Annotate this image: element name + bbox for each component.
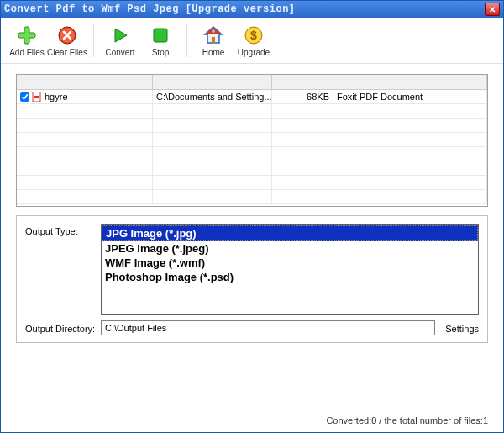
upgrade-button[interactable]: $ Upgrade (234, 19, 273, 61)
clear-files-button[interactable]: Clear Files (48, 19, 87, 61)
stop-button[interactable]: Stop (141, 19, 180, 61)
table-row (17, 133, 487, 147)
close-icon: ✕ (489, 5, 496, 14)
output-type-option[interactable]: JPEG Image (*.jpeg) (102, 241, 478, 256)
table-row[interactable]: hgyre C:\Documents and Setting... 68KB F… (17, 90, 487, 104)
output-type-list[interactable]: JPG Image (*.jpg) JPEG Image (*.jpeg) WM… (101, 224, 479, 315)
clear-files-label: Clear Files (47, 48, 87, 57)
table-row (17, 104, 487, 119)
row-name: hgyre (45, 92, 68, 102)
row-type: Foxit PDF Document (337, 92, 423, 102)
output-panel: Output Type: JPG Image (*.jpg) JPEG Imag… (16, 215, 488, 343)
convert-label: Convert (105, 48, 134, 57)
app-window: Convert Pdf to Wmf Psd Jpeg [Upgrade ver… (0, 0, 504, 433)
output-type-option[interactable]: JPG Image (*.jpg) (102, 225, 478, 241)
upgrade-label: Upgrade (238, 48, 270, 57)
svg-point-8 (212, 29, 215, 33)
close-button[interactable]: ✕ (485, 3, 500, 16)
output-type-option[interactable]: Photoshop Image (*.psd) (102, 270, 478, 284)
output-type-option[interactable]: WMF Image (*.wmf) (102, 256, 478, 270)
table-row (17, 147, 487, 161)
svg-rect-3 (19, 33, 35, 37)
settings-button[interactable]: Settings (445, 322, 479, 334)
home-label: Home (202, 48, 225, 57)
toolbar-separator (93, 24, 94, 57)
toolbar: Add Files Clear Files Convert Stop (1, 18, 503, 64)
svg-rect-6 (154, 29, 167, 42)
output-type-label: Output Type: (25, 224, 96, 236)
upgrade-icon: $ (243, 24, 265, 46)
table-row (17, 161, 487, 176)
output-dir-label: Output Directory: (25, 322, 96, 334)
convert-button[interactable]: Convert (101, 19, 139, 61)
output-dir-input[interactable] (101, 320, 435, 335)
row-size: 68KB (307, 92, 329, 102)
grid-header (17, 75, 487, 90)
col-path[interactable] (153, 75, 272, 90)
col-size[interactable] (272, 75, 333, 90)
delete-icon (56, 24, 78, 46)
toolbar-separator (186, 24, 187, 57)
table-row (17, 190, 487, 204)
status-bar: Converted:0 / the total number of files:… (1, 414, 503, 432)
content-area: hgyre C:\Documents and Setting... 68KB F… (1, 64, 503, 414)
pdf-icon (32, 92, 42, 102)
row-path: C:\Documents and Setting... (156, 92, 272, 102)
svg-rect-13 (34, 96, 39, 98)
home-button[interactable]: Home (194, 19, 233, 61)
col-type[interactable] (333, 75, 487, 90)
col-name[interactable] (17, 75, 153, 90)
play-icon (109, 24, 131, 46)
home-icon (202, 24, 224, 46)
svg-rect-7 (212, 37, 215, 43)
stop-icon (150, 24, 171, 46)
plus-icon (16, 24, 38, 46)
add-files-label: Add Files (9, 48, 45, 57)
svg-text:$: $ (250, 29, 257, 42)
title-bar: Convert Pdf to Wmf Psd Jpeg [Upgrade ver… (1, 1, 503, 18)
stop-label: Stop (152, 48, 170, 57)
add-files-button[interactable]: Add Files (8, 19, 46, 61)
window-title: Convert Pdf to Wmf Psd Jpeg [Upgrade ver… (4, 3, 485, 15)
table-row (17, 176, 487, 190)
file-list-grid[interactable]: hgyre C:\Documents and Setting... 68KB F… (16, 74, 488, 207)
row-checkbox[interactable] (20, 92, 29, 102)
status-text: Converted:0 / the total number of files:… (326, 415, 488, 425)
table-row (17, 119, 487, 133)
